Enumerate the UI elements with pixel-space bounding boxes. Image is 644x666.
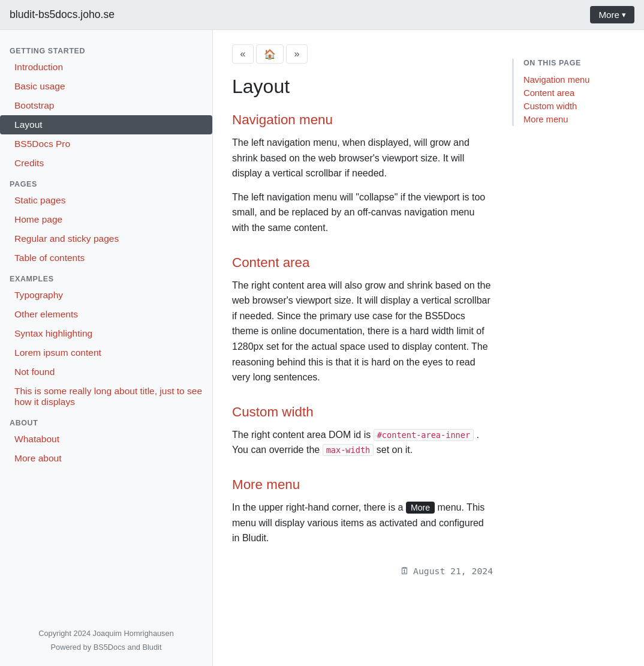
- content-inner: « 🏠 » Layout Navigation menu The left na…: [213, 30, 644, 605]
- custom-width-para: The right content area DOM id is #conten…: [232, 427, 493, 458]
- code-content-area-inner: #content-area-inner: [374, 429, 474, 441]
- code-max-width: max-width: [323, 444, 374, 456]
- sidebar-item-long-title[interactable]: This is some really long about title, ju…: [0, 382, 212, 412]
- page-title: Layout: [232, 76, 493, 98]
- section-heading-custom-width: Custom width: [232, 404, 493, 420]
- section-heading-nav-menu: Navigation menu: [232, 112, 493, 128]
- navbar-brand: bludit-bs5docs.joho.se: [10, 8, 115, 21]
- nav-menu-para-1: The left navigation menu, when displayed…: [232, 135, 493, 181]
- sidebar-item-bs5docs-pro[interactable]: BS5Docs Pro: [0, 134, 212, 154]
- calendar-icon: 🗓: [400, 565, 410, 577]
- sidebar-section-label: EXAMPLES: [0, 268, 212, 286]
- date-text: August 21, 2024: [413, 566, 493, 576]
- sidebar-item-syntax-highlighting[interactable]: Syntax highlighting: [0, 324, 212, 343]
- more-button[interactable]: More: [590, 6, 634, 23]
- toc-item[interactable]: Navigation menu: [523, 73, 634, 86]
- nav-menu-para-2: The left navigation menu will "collapse"…: [232, 190, 493, 236]
- sidebar-section-label: ABOUT: [0, 412, 212, 430]
- content-area: « 🏠 » Layout Navigation menu The left na…: [213, 30, 644, 666]
- sidebar-section-label: PAGES: [0, 173, 212, 191]
- sidebar-item-layout[interactable]: Layout: [0, 115, 212, 134]
- home-button[interactable]: 🏠: [256, 44, 284, 64]
- prev-button[interactable]: «: [232, 44, 254, 64]
- sidebar-item-lorem-ipsum[interactable]: Lorem ipsum content: [0, 343, 212, 362]
- sidebar-item-static-pages[interactable]: Static pages: [0, 191, 212, 210]
- next-button[interactable]: »: [286, 44, 308, 64]
- more-badge: More: [406, 502, 435, 514]
- toc-sidebar: ON THIS PAGE Navigation menuContent area…: [512, 30, 644, 605]
- content-area-para-1: The right content area will also grow an…: [232, 278, 493, 385]
- sidebar-item-basic-usage[interactable]: Basic usage: [0, 77, 212, 96]
- section-heading-more-menu: More menu: [232, 477, 493, 493]
- nav-buttons: « 🏠 »: [232, 44, 493, 64]
- section-heading-content-area: Content area: [232, 255, 493, 271]
- more-menu-para: In the upper right-hand corner, there is…: [232, 500, 493, 546]
- sidebar-item-bootstrap[interactable]: Bootstrap: [0, 96, 212, 115]
- page-date: 🗓 August 21, 2024: [232, 565, 493, 577]
- sidebar-item-home-page[interactable]: Home page: [0, 210, 212, 229]
- sidebar-item-whatabout[interactable]: Whatabout: [0, 430, 212, 449]
- sidebar-section-label: GETTING STARTED: [0, 40, 212, 58]
- navbar: bludit-bs5docs.joho.se More: [0, 0, 644, 30]
- toc-item[interactable]: Content area: [523, 86, 634, 100]
- content-main: « 🏠 » Layout Navigation menu The left na…: [213, 30, 512, 605]
- sidebar-item-other-elements[interactable]: Other elements: [0, 305, 212, 324]
- copyright-text: Copyright 2024 Joaquim Homrighausen: [10, 629, 203, 638]
- sidebar: GETTING STARTEDIntroductionBasic usageBo…: [0, 30, 213, 666]
- toc-item[interactable]: Custom width: [523, 100, 634, 113]
- sidebar-item-typography[interactable]: Typography: [0, 286, 212, 305]
- sidebar-item-more-about[interactable]: More about: [0, 449, 212, 468]
- sidebar-item-regular-sticky[interactable]: Regular and sticky pages: [0, 229, 212, 248]
- sidebar-item-credits[interactable]: Credits: [0, 154, 212, 173]
- powered-by-text: Powered by BS5Docs and Bludit: [10, 643, 203, 652]
- toc-wrapper: ON THIS PAGE Navigation menuContent area…: [512, 59, 634, 126]
- toc-title: ON THIS PAGE: [523, 59, 634, 67]
- sidebar-item-table-of-contents[interactable]: Table of contents: [0, 248, 212, 268]
- sidebar-item-not-found[interactable]: Not found: [0, 362, 212, 382]
- sidebar-footer: Copyright 2024 Joaquim Homrighausen Powe…: [0, 614, 212, 656]
- main-layout: GETTING STARTEDIntroductionBasic usageBo…: [0, 30, 644, 666]
- sidebar-item-introduction[interactable]: Introduction: [0, 58, 212, 77]
- toc-item[interactable]: More menu: [523, 113, 634, 126]
